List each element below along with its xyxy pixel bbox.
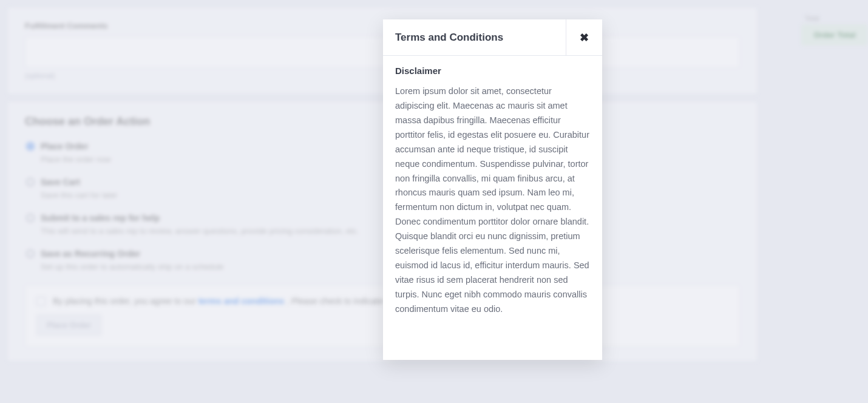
modal-header: Terms and Conditions ✖ <box>383 19 602 56</box>
modal-heading: Disclaimer <box>395 66 590 76</box>
close-icon[interactable]: ✖ <box>566 19 602 55</box>
modal-paragraph: Lorem ipsum dolor sit amet, consectetur … <box>395 84 590 317</box>
modal-extra-space <box>395 317 590 360</box>
modal-title: Terms and Conditions <box>383 19 566 55</box>
modal-body[interactable]: Disclaimer Lorem ipsum dolor sit amet, c… <box>383 56 602 360</box>
terms-modal: Terms and Conditions ✖ Disclaimer Lorem … <box>383 19 602 360</box>
